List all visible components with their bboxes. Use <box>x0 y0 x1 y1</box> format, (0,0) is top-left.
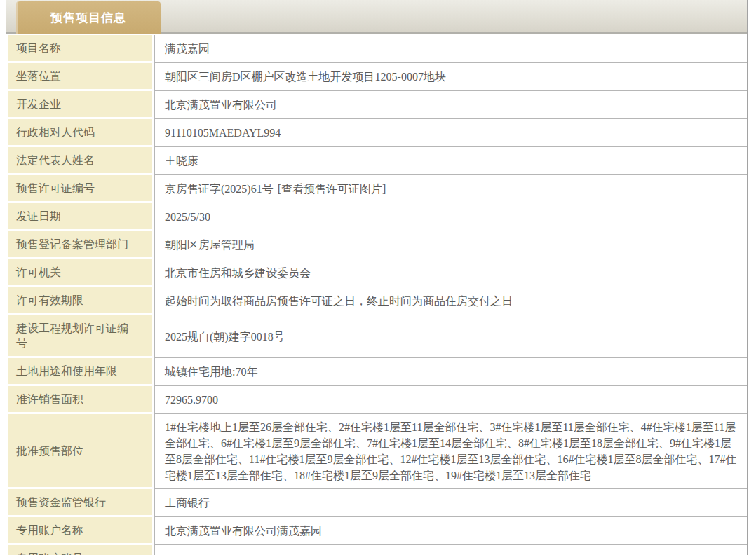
row-value-text: 72965.9700 <box>165 392 218 408</box>
table-row: 坐落位置 朝阳区三间房D区棚户区改造土地开发项目1205-0007地块 <box>8 63 747 91</box>
row-label: 法定代表人姓名 <box>8 147 152 175</box>
row-label-text: 准许销售面积 <box>16 392 83 406</box>
row-label: 专用账户名称 <box>8 517 152 545</box>
row-label-text: 批准预售部位 <box>16 444 83 458</box>
table-row: 项目名称 满茂嘉园 <box>8 35 747 63</box>
row-value: 工商银行 <box>154 489 747 517</box>
row-label: 预售许可证编号 <box>8 175 152 203</box>
row-value-text: 京房售证字(2025)61号 <box>165 181 274 197</box>
table-row: 许可有效期限 起始时间为取得商品房预售许可证之日，终止时间为商品住房交付之日 <box>8 287 747 315</box>
row-label-text: 行政相对人代码 <box>16 125 95 139</box>
table-row: 预售登记备案管理部门 朝阳区房屋管理局 <box>8 231 747 259</box>
view-permit-image-link[interactable]: [查看预售许可证图片] <box>278 181 386 197</box>
row-label: 项目名称 <box>8 35 152 63</box>
table-row: 预售许可证编号 京房售证字(2025)61号[查看预售许可证图片] <box>8 175 747 203</box>
row-value: 朝阳区房屋管理局 <box>154 231 747 259</box>
page-title: 预售项目信息 <box>50 10 126 26</box>
row-label-text: 土地用途和使用年限 <box>16 364 117 378</box>
row-value: 京房售证字(2025)61号[查看预售许可证图片] <box>154 175 747 203</box>
row-label: 发证日期 <box>8 203 152 231</box>
row-label-text: 专用账户名称 <box>16 523 83 537</box>
row-value: 1#住宅楼地上1层至26层全部住宅、2#住宅楼1层至11层全部住宅、3#住宅楼1… <box>154 414 747 489</box>
row-label-text: 项目名称 <box>16 41 61 55</box>
row-value-text: 城镇住宅用地:70年 <box>165 364 257 380</box>
row-label: 预售资金监管银行 <box>8 489 152 517</box>
presale-info-panel: 预售项目信息 项目名称 满茂嘉园 坐落位置 朝阳区三间房D区棚户区改造土地开发项… <box>6 0 748 555</box>
row-label: 专用账户账号 <box>8 545 152 555</box>
row-value-text: 北京满茂置业有限公司 <box>165 97 277 113</box>
row-value: 王晓康 <box>154 147 747 175</box>
table-row: 发证日期 2025/5/30 <box>8 203 747 231</box>
row-label: 土地用途和使用年限 <box>8 358 152 386</box>
row-label-text: 建设工程规划许可证编号 <box>16 321 132 350</box>
row-value: 72965.9700 <box>154 386 747 414</box>
row-label-text: 预售许可证编号 <box>16 181 95 196</box>
row-value-text: 北京市住房和城乡建设委员会 <box>165 265 311 281</box>
row-label: 开发企业 <box>8 91 152 119</box>
table-row: 批准预售部位 1#住宅楼地上1层至26层全部住宅、2#住宅楼1层至11层全部住宅… <box>8 414 747 489</box>
row-label: 坐落位置 <box>8 63 152 91</box>
row-value: 北京满茂置业有限公司 <box>154 91 747 119</box>
row-value-text: 朝阳区房屋管理局 <box>165 237 255 253</box>
row-value-text: 满茂嘉园 <box>165 41 210 57</box>
row-label-text: 坐落位置 <box>16 69 61 83</box>
row-value: 满茂嘉园 <box>154 35 747 63</box>
row-label-text: 开发企业 <box>16 97 61 111</box>
row-value: 城镇住宅用地:70年 <box>154 358 747 386</box>
row-value-text: 王晓康 <box>165 153 198 169</box>
row-label: 预售登记备案管理部门 <box>8 231 152 259</box>
row-value-text: 0200096829000200920 <box>165 551 271 555</box>
row-value-text: 91110105MAEDAYL994 <box>165 125 281 141</box>
table-row: 法定代表人姓名 王晓康 <box>8 147 747 175</box>
table-row: 建设工程规划许可证编号 2025规自(朝)建字0018号 <box>8 315 747 358</box>
row-label-text: 预售资金监管银行 <box>16 495 106 509</box>
header-bar: 预售项目信息 <box>6 0 747 34</box>
row-value: 2025/5/30 <box>154 203 747 231</box>
row-label: 许可有效期限 <box>8 287 152 315</box>
table-row: 准许销售面积 72965.9700 <box>8 386 747 414</box>
row-value-text: 起始时间为取得商品房预售许可证之日，终止时间为商品住房交付之日 <box>165 293 513 309</box>
row-label: 批准预售部位 <box>8 414 152 489</box>
row-value-text: 北京满茂置业有限公司满茂嘉园 <box>165 523 322 539</box>
row-value-text: 朝阳区三间房D区棚户区改造土地开发项目1205-0007地块 <box>165 69 446 85</box>
table-row: 专用账户账号 0200096829000200920 <box>8 545 747 555</box>
row-value-text: 1#住宅楼地上1层至26层全部住宅、2#住宅楼1层至11层全部住宅、3#住宅楼1… <box>165 419 737 484</box>
table-row: 土地用途和使用年限 城镇住宅用地:70年 <box>8 358 747 386</box>
table-row: 行政相对人代码 91110105MAEDAYL994 <box>8 119 747 147</box>
row-value: 91110105MAEDAYL994 <box>154 119 747 147</box>
row-label: 许可机关 <box>8 259 152 287</box>
table-row: 开发企业 北京满茂置业有限公司 <box>8 91 747 119</box>
table-row: 预售资金监管银行 工商银行 <box>8 489 747 517</box>
row-value: 朝阳区三间房D区棚户区改造土地开发项目1205-0007地块 <box>154 63 747 91</box>
row-value: 0200096829000200920 <box>154 545 747 555</box>
row-label-text: 许可有效期限 <box>16 293 83 308</box>
row-value: 北京满茂置业有限公司满茂嘉园 <box>154 517 747 545</box>
table-row: 许可机关 北京市住房和城乡建设委员会 <box>8 259 747 287</box>
row-label-text: 专用账户账号 <box>16 551 83 555</box>
row-value: 北京市住房和城乡建设委员会 <box>154 259 747 287</box>
row-label: 行政相对人代码 <box>8 119 152 147</box>
tab-presale-project-info[interactable]: 预售项目信息 <box>16 1 161 34</box>
row-label-text: 预售登记备案管理部门 <box>16 237 128 252</box>
row-label-text: 发证日期 <box>16 209 61 224</box>
row-label: 建设工程规划许可证编号 <box>8 315 152 358</box>
row-value: 2025规自(朝)建字0018号 <box>154 315 747 358</box>
info-table: 项目名称 满茂嘉园 坐落位置 朝阳区三间房D区棚户区改造土地开发项目1205-0… <box>6 34 747 555</box>
row-value-text: 2025规自(朝)建字0018号 <box>165 329 285 345</box>
row-value-text: 工商银行 <box>165 495 210 511</box>
row-label: 准许销售面积 <box>8 386 152 414</box>
row-value: 起始时间为取得商品房预售许可证之日，终止时间为商品住房交付之日 <box>154 287 747 315</box>
row-label-text: 许可机关 <box>16 265 61 280</box>
table-row: 专用账户名称 北京满茂置业有限公司满茂嘉园 <box>8 517 747 545</box>
row-value-text: 2025/5/30 <box>165 209 210 225</box>
row-label-text: 法定代表人姓名 <box>16 153 95 167</box>
